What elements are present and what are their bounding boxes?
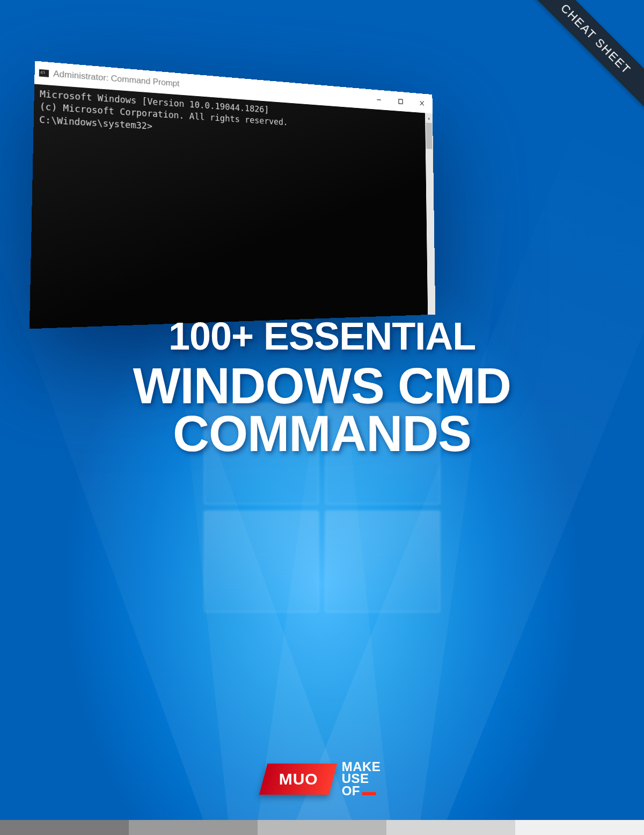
terminal-output: Microsoft Windows [Version 10.0.19044.18…	[30, 84, 435, 329]
svg-line-0	[377, 100, 380, 100]
close-button[interactable]	[411, 93, 433, 114]
muo-badge: MUO	[259, 764, 338, 795]
ribbon-label: CHEAT SHEET	[558, 1, 633, 77]
svg-rect-1	[399, 99, 402, 104]
footer-decoration	[0, 820, 644, 835]
command-prompt-window: Administrator: Command Prompt Microsoft …	[32, 59, 504, 328]
muo-badge-text: MUO	[279, 770, 318, 788]
maximize-button[interactable]	[390, 91, 412, 112]
cheat-sheet-ribbon: CHEAT SHEET	[525, 0, 644, 110]
scrollbar[interactable]: ▴	[425, 113, 435, 315]
headline-line-2: WINDOWS CMDCOMMANDS	[0, 362, 644, 458]
scrollbar-thumb[interactable]	[426, 122, 433, 149]
window-title: Administrator: Command Prompt	[53, 69, 179, 89]
muo-wordmark: MAKE USE OF	[342, 761, 381, 797]
minimize-button[interactable]	[368, 89, 390, 111]
scroll-up-icon[interactable]: ▴	[425, 113, 433, 123]
headline-line-1: 100+ ESSENTIAL	[0, 317, 644, 355]
cmd-icon	[39, 69, 49, 77]
main-headline: 100+ ESSENTIAL WINDOWS CMDCOMMANDS	[0, 317, 644, 458]
brand-logo: MUO MAKE USE OF	[264, 761, 381, 797]
